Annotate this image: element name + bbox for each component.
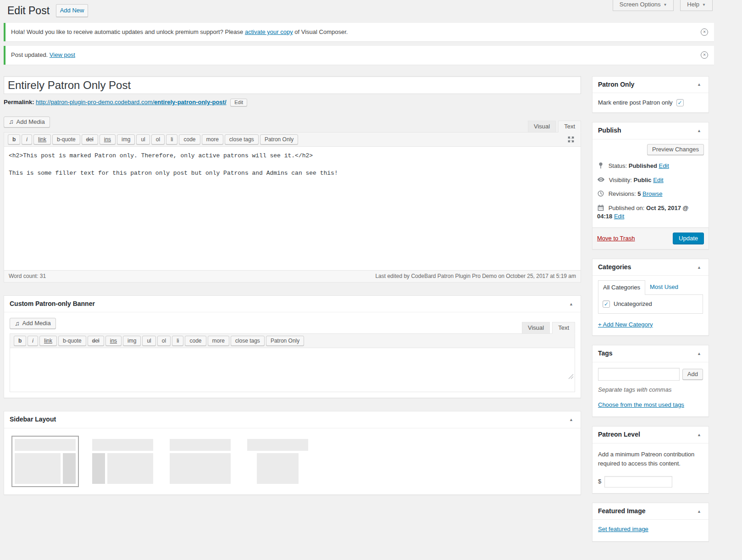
qt-patron-only-button[interactable]: Patron Only [266,336,304,346]
collapse-toggle-icon[interactable]: ▲ [695,128,703,134]
edit-status-link[interactable]: Edit [659,162,669,169]
qt-ol-button[interactable]: ol [151,134,165,144]
publish-body: Preview Changes Status: Published Edit V… [592,139,709,249]
collapse-toggle-icon[interactable]: ▲ [567,301,575,307]
qt-close-tags-button[interactable]: close tags [231,336,265,346]
dismiss-notice-icon[interactable]: ✕ [701,51,708,59]
qt-patron-only-button[interactable]: Patron Only [260,134,298,144]
qt-img-button[interactable]: img [123,336,141,346]
qt-italic-button[interactable]: i [28,336,38,346]
fullscreen-expand-icon[interactable] [565,134,577,144]
collapse-toggle-icon[interactable]: ▲ [567,416,575,423]
qt-ol-button[interactable]: ol [157,336,171,346]
set-featured-image-link[interactable]: Set featured image [598,526,648,532]
add-tag-button[interactable]: Add [682,369,703,380]
post-content-textarea[interactable]: <h2>This post is marked Patron only. The… [4,146,581,270]
qt-li-button[interactable]: li [172,336,183,346]
browse-revisions-link[interactable]: Browse [642,190,662,197]
collapse-toggle-icon[interactable]: ▲ [695,264,703,271]
qt-link-button[interactable]: link [33,134,51,144]
sidebar-layout-title: Sidebar Layout [10,415,56,424]
new-tag-input[interactable] [598,368,680,381]
banner-tab-visual[interactable]: Visual [522,322,550,333]
layout-option-full-width[interactable] [166,436,234,487]
featured-image-header: Featured Image ▲ [592,503,709,520]
layout-thumb-content [170,453,231,484]
tags-title: Tags [598,349,613,358]
edit-visibility-link[interactable]: Edit [653,177,663,183]
qt-ul-button[interactable]: ul [136,134,150,144]
qt-more-button[interactable]: more [202,134,223,144]
permalink-slug: entirely-patron-only-post/ [154,99,226,105]
permalink: Permalink: http://patron-plugin-pro-demo… [4,98,581,106]
qt-ins-button[interactable]: ins [100,134,116,144]
tab-most-used[interactable]: Most Used [645,280,683,294]
tab-text[interactable]: Text [558,121,581,133]
layout-thumb-header [92,439,153,451]
layout-option-centered[interactable] [244,436,311,487]
qt-bold-button[interactable]: b [8,134,20,144]
preview-changes-button[interactable]: Preview Changes [647,144,704,155]
qt-code-button[interactable]: code [185,336,206,346]
layout-option-sidebar-left-content[interactable] [89,436,156,487]
banner-tab-text[interactable]: Text [552,322,575,334]
collapse-toggle-icon[interactable]: ▲ [695,508,703,515]
post-title-input[interactable] [4,76,581,94]
collapse-toggle-icon[interactable]: ▲ [695,432,703,438]
qt-more-button[interactable]: more [208,336,229,346]
check-icon: ✓ [678,100,682,105]
dismiss-notice-icon[interactable]: ✕ [701,28,708,36]
help-button[interactable]: Help▼ [680,0,713,11]
patron-only-checkbox[interactable]: ✓ [676,99,684,106]
choose-most-used-tags-link[interactable]: Choose from the most used tags [598,401,684,409]
patron-only-body: Mark entire post Patron only ✓ [592,93,709,112]
collapse-toggle-icon[interactable]: ▲ [695,350,703,357]
status-value: Published [629,162,657,169]
layout-option-content-sidebar-right[interactable] [11,436,79,487]
view-post-link[interactable]: View post [50,51,75,58]
add-new-button[interactable]: Add New [56,4,89,17]
side-column: Patron Only ▲ Mark entire post Patron on… [592,76,709,551]
add-new-category-link[interactable]: + Add New Category [598,321,653,329]
patron-only-checkbox-label: Mark entire post Patron only [598,99,673,107]
patreon-level-title: Patreon Level [598,430,640,439]
qt-ul-button[interactable]: ul [142,336,155,346]
qt-blockquote-button[interactable]: b-quote [52,134,80,144]
qt-del-button[interactable]: del [88,336,104,346]
qt-bold-button[interactable]: b [14,336,26,346]
visibility-value: Public [634,177,652,183]
edit-published-date-link[interactable]: Edit [614,213,624,220]
banner-add-media-button[interactable]: ♫Add Media [10,318,56,329]
patreon-level-description: Add a minimum Patreon contribution requi… [598,450,703,468]
qt-del-button[interactable]: del [82,134,98,144]
custom-banner-title: Custom Patron-only Banner [10,299,95,309]
qt-img-button[interactable]: img [117,134,135,144]
post-editor: b i link b-quote del ins img ul ol li co… [4,132,581,283]
screen-options-button[interactable]: Screen Options▼ [613,0,674,11]
resize-grip[interactable] [504,365,574,391]
publish-header: Publish ▲ [592,122,709,139]
edit-permalink-button[interactable]: Edit [230,99,247,106]
qt-italic-button[interactable]: i [22,134,32,144]
uncategorized-checkbox[interactable]: ✓ [603,300,610,308]
activate-copy-link[interactable]: activate your copy [245,28,293,35]
tab-all-categories[interactable]: All Categories [598,280,645,294]
content-wrap: Edit Post Add New Hola! Would you like t… [4,0,714,551]
qt-link-button[interactable]: link [39,336,57,346]
qt-close-tags-button[interactable]: close tags [225,134,259,144]
qt-code-button[interactable]: code [179,134,200,144]
update-button[interactable]: Update [673,233,704,244]
add-media-button[interactable]: ♫Add Media [4,116,50,128]
qt-li-button[interactable]: li [166,134,177,144]
visibility-row: Visibility: Public Edit [592,173,709,188]
patreon-level-input[interactable] [604,476,672,488]
published-on-row: Published on: Oct 25, 2017 @ 04:18 Edit [592,202,709,224]
permalink-link[interactable]: http://patron-plugin-pro-demo.codebard.c… [36,99,226,105]
tab-visual[interactable]: Visual [528,121,556,132]
collapse-toggle-icon[interactable]: ▲ [695,81,703,88]
qt-ins-button[interactable]: ins [105,336,122,346]
qt-blockquote-button[interactable]: b-quote [58,336,86,346]
edit-post-page: Screen Options▼ Help▼ Edit Post Add New … [0,0,742,560]
move-to-trash-link[interactable]: Move to Trash [597,234,635,243]
banner-content-textarea[interactable] [10,348,575,392]
